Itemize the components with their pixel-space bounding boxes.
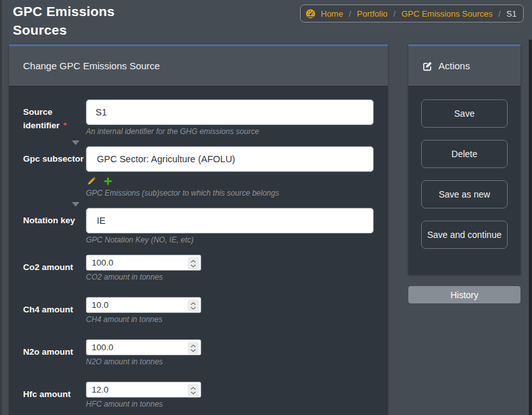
edit-related-icon[interactable] <box>86 176 97 187</box>
field-help-text: An internal identifier for the GHG emiss… <box>86 128 374 136</box>
form-field-row: Co2 amountCO2 amount in tonnes <box>23 255 374 282</box>
edit-icon <box>422 61 433 71</box>
form-field-row: Notation keyIEGPC Notation Key (NO, IE, … <box>23 208 374 244</box>
number-spinner[interactable] <box>188 257 199 269</box>
content-scrollbar-track[interactable] <box>529 40 532 415</box>
field-label: Notation key <box>23 208 86 244</box>
breadcrumb-separator: / <box>394 9 396 19</box>
breadcrumb-separator: / <box>498 9 501 19</box>
top-bar: GPC Emissions Sources Home/Portfolio/GPC… <box>0 0 532 40</box>
field-label: Gpc subsector <box>23 146 86 198</box>
change-form: Source identifier *An internal identifie… <box>9 87 388 415</box>
save-and-continue-button[interactable]: Save and continue <box>421 221 508 249</box>
field-help-text: CH4 amount in tonnes <box>86 316 374 324</box>
save-as-new-button[interactable]: Save as new <box>421 180 508 208</box>
page-title: GPC Emissions Sources <box>13 2 122 39</box>
number-spinner[interactable] <box>188 384 199 396</box>
number-field <box>86 382 201 398</box>
select-input-notation-key[interactable]: IE <box>86 208 374 233</box>
text-input-source-identifier[interactable] <box>86 99 374 125</box>
number-spinner[interactable] <box>188 300 199 312</box>
breadcrumb-separator: / <box>349 9 351 19</box>
form-field-row: Source identifier *An internal identifie… <box>23 99 374 136</box>
form-field-row: Ch4 amountCH4 amount in tonnes <box>23 297 374 324</box>
field-help-text: N2O amount in tonnes <box>86 358 374 366</box>
breadcrumb-link[interactable]: Portfolio <box>357 9 388 19</box>
tachometer-icon <box>306 9 315 19</box>
required-asterisk: * <box>61 121 67 130</box>
number-input-hfc-amount[interactable] <box>86 382 201 398</box>
form-panel-header: Change GPC Emissions Source <box>9 46 388 87</box>
field-label: Ch4 amount <box>23 297 86 324</box>
field-wrapper: IEGPC Notation Key (NO, IE, etc) <box>86 208 374 244</box>
select-caret-icon <box>72 140 79 145</box>
field-label: Co2 amount <box>23 255 86 282</box>
field-help-text: GPC Notation Key (NO, IE, etc) <box>86 236 374 244</box>
actions-panel-header: Actions <box>408 46 520 87</box>
form-panel-title: Change GPC Emissions Source <box>23 46 160 86</box>
field-label: N2o amount <box>23 339 86 366</box>
actions-title: Actions <box>438 46 470 86</box>
change-form-panel: Change GPC Emissions Source Source ident… <box>9 44 388 415</box>
number-field <box>86 339 201 355</box>
number-input-ch4-amount[interactable] <box>86 297 201 313</box>
form-field-row: Gpc subsectorGPC Sector: Agriculture (AF… <box>23 146 374 198</box>
breadcrumb-current: S1 <box>506 9 517 19</box>
select-input-gpc-subsector[interactable]: GPC Sector: Agriculture (AFOLU) <box>86 146 374 172</box>
actions-panel: Actions SaveDeleteSave as newSave and co… <box>408 44 520 275</box>
field-wrapper: CO2 amount in tonnes <box>86 255 374 282</box>
field-help-text: GPC Emissions (sub)sector to which this … <box>86 189 374 198</box>
field-wrapper: CH4 amount in tonnes <box>86 297 374 324</box>
field-wrapper: HFC amount in tonnes <box>86 382 374 409</box>
history-button[interactable]: History <box>408 286 520 303</box>
breadcrumb: Home/Portfolio/GPC Emissions Sources/S1 <box>300 4 524 22</box>
number-input-co2-amount[interactable] <box>86 255 201 271</box>
delete-button[interactable]: Delete <box>421 140 508 168</box>
field-wrapper: An internal identifier for the GHG emiss… <box>86 99 374 136</box>
breadcrumb-link[interactable]: Home <box>321 9 344 19</box>
number-spinner[interactable] <box>188 342 199 354</box>
number-field <box>86 255 201 271</box>
field-help-text: CO2 amount in tonnes <box>86 273 374 282</box>
save-button[interactable]: Save <box>421 99 508 128</box>
field-wrapper: N2O amount in tonnes <box>86 339 374 366</box>
add-related-icon[interactable] <box>103 176 113 186</box>
form-field-row: Hfc amountHFC amount in tonnes <box>23 382 374 409</box>
field-help-text: HFC amount in tonnes <box>86 400 374 409</box>
field-label: Source identifier * <box>23 99 86 136</box>
window-left-edge <box>0 0 2 415</box>
select-caret-icon <box>72 202 79 207</box>
breadcrumb-link[interactable]: GPC Emissions Sources <box>401 9 492 19</box>
number-input-n2o-amount[interactable] <box>86 339 201 355</box>
number-field <box>86 297 201 313</box>
field-label: Hfc amount <box>23 382 86 409</box>
form-field-row: N2o amountN2O amount in tonnes <box>23 339 374 366</box>
related-actions <box>86 175 374 187</box>
field-wrapper: GPC Sector: Agriculture (AFOLU)GPC Emiss… <box>86 146 374 198</box>
